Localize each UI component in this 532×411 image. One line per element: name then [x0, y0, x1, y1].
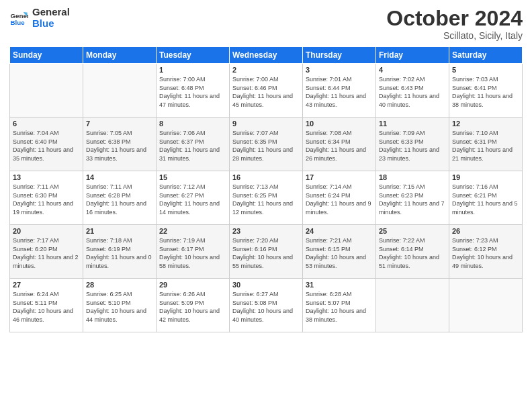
day-detail: Sunrise: 6:25 AMSunset: 5:10 PMDaylight:…	[86, 290, 153, 324]
col-header-saturday: Saturday	[449, 47, 523, 64]
day-detail: Sunrise: 7:09 AMSunset: 6:33 PMDaylight:…	[379, 129, 446, 163]
day-number: 29	[159, 281, 226, 289]
day-cell: 26Sunrise: 7:23 AMSunset: 6:12 PMDayligh…	[449, 225, 523, 279]
day-detail: Sunrise: 7:07 AMSunset: 6:35 PMDaylight:…	[232, 129, 300, 163]
day-cell: 18Sunrise: 7:15 AMSunset: 6:23 PMDayligh…	[376, 171, 449, 225]
day-detail: Sunrise: 7:21 AMSunset: 6:15 PMDaylight:…	[306, 236, 373, 270]
day-cell: 28Sunrise: 6:25 AMSunset: 5:10 PMDayligh…	[83, 279, 157, 332]
week-row-2: 6Sunrise: 7:04 AMSunset: 6:40 PMDaylight…	[10, 118, 523, 171]
day-number: 17	[306, 173, 373, 181]
day-number: 13	[13, 173, 80, 181]
logo-general: General	[32, 7, 70, 18]
header-row: SundayMondayTuesdayWednesdayThursdayFrid…	[10, 47, 523, 64]
day-cell	[449, 279, 523, 332]
col-header-sunday: Sunday	[10, 47, 83, 64]
day-cell: 16Sunrise: 7:13 AMSunset: 6:25 PMDayligh…	[230, 171, 303, 225]
day-detail: Sunrise: 7:12 AMSunset: 6:27 PMDaylight:…	[159, 183, 226, 216]
day-number: 6	[13, 120, 80, 128]
day-number: 25	[379, 227, 446, 235]
day-detail: Sunrise: 7:20 AMSunset: 6:16 PMDaylight:…	[232, 236, 300, 270]
day-detail: Sunrise: 7:05 AMSunset: 6:38 PMDaylight:…	[86, 129, 153, 163]
day-number: 4	[379, 66, 446, 74]
day-number: 19	[452, 173, 519, 181]
day-detail: Sunrise: 6:26 AMSunset: 5:09 PMDaylight:…	[159, 290, 226, 324]
calendar-table: SundayMondayTuesdayWednesdayThursdayFrid…	[9, 46, 523, 332]
day-number: 24	[306, 227, 373, 235]
day-cell: 25Sunrise: 7:22 AMSunset: 6:14 PMDayligh…	[376, 225, 449, 279]
day-detail: Sunrise: 7:14 AMSunset: 6:24 PMDaylight:…	[306, 183, 373, 216]
day-number: 8	[159, 120, 226, 128]
month-title: October 2024	[386, 7, 523, 30]
day-number: 14	[86, 173, 153, 181]
day-number: 27	[13, 281, 80, 289]
day-detail: Sunrise: 7:10 AMSunset: 6:31 PMDaylight:…	[452, 129, 519, 163]
day-detail: Sunrise: 7:16 AMSunset: 6:21 PMDaylight:…	[452, 183, 519, 216]
day-cell: 7Sunrise: 7:05 AMSunset: 6:38 PMDaylight…	[83, 118, 157, 171]
calendar-page: General Blue General Blue October 2024 S…	[0, 0, 532, 411]
day-cell	[10, 64, 83, 118]
logo: General Blue General Blue	[9, 7, 70, 29]
day-number: 20	[13, 227, 80, 235]
day-number: 15	[159, 173, 226, 181]
day-cell: 17Sunrise: 7:14 AMSunset: 6:24 PMDayligh…	[303, 171, 376, 225]
day-number: 18	[379, 173, 446, 181]
day-number: 1	[159, 66, 226, 74]
logo-icon: General Blue	[9, 9, 28, 28]
col-header-wednesday: Wednesday	[230, 47, 303, 64]
day-cell: 24Sunrise: 7:21 AMSunset: 6:15 PMDayligh…	[303, 225, 376, 279]
day-number: 3	[306, 66, 373, 74]
day-detail: Sunrise: 7:00 AMSunset: 6:48 PMDaylight:…	[159, 75, 226, 109]
location: Scillato, Sicily, Italy	[386, 30, 523, 41]
day-cell: 4Sunrise: 7:02 AMSunset: 6:43 PMDaylight…	[376, 64, 449, 118]
day-detail: Sunrise: 7:18 AMSunset: 6:19 PMDaylight:…	[86, 236, 153, 270]
day-number: 30	[232, 281, 300, 289]
day-detail: Sunrise: 7:13 AMSunset: 6:25 PMDaylight:…	[232, 183, 300, 216]
day-cell: 6Sunrise: 7:04 AMSunset: 6:40 PMDaylight…	[10, 118, 83, 171]
day-detail: Sunrise: 6:28 AMSunset: 5:07 PMDaylight:…	[306, 290, 373, 324]
header: General Blue General Blue October 2024 S…	[9, 7, 523, 41]
day-cell: 19Sunrise: 7:16 AMSunset: 6:21 PMDayligh…	[449, 171, 523, 225]
week-row-5: 27Sunrise: 6:24 AMSunset: 5:11 PMDayligh…	[10, 279, 523, 332]
day-detail: Sunrise: 7:11 AMSunset: 6:28 PMDaylight:…	[86, 183, 153, 216]
day-cell: 21Sunrise: 7:18 AMSunset: 6:19 PMDayligh…	[83, 225, 157, 279]
day-number: 28	[86, 281, 153, 289]
day-cell: 27Sunrise: 6:24 AMSunset: 5:11 PMDayligh…	[10, 279, 83, 332]
day-detail: Sunrise: 7:15 AMSunset: 6:23 PMDaylight:…	[379, 183, 446, 216]
svg-text:Blue: Blue	[10, 18, 25, 26]
col-header-friday: Friday	[376, 47, 449, 64]
day-detail: Sunrise: 6:24 AMSunset: 5:11 PMDaylight:…	[13, 290, 80, 324]
col-header-monday: Monday	[83, 47, 157, 64]
day-cell	[83, 64, 157, 118]
title-block: October 2024 Scillato, Sicily, Italy	[386, 7, 523, 41]
day-cell: 1Sunrise: 7:00 AMSunset: 6:48 PMDaylight…	[157, 64, 230, 118]
day-cell: 22Sunrise: 7:19 AMSunset: 6:17 PMDayligh…	[157, 225, 230, 279]
day-cell: 2Sunrise: 7:00 AMSunset: 6:46 PMDaylight…	[230, 64, 303, 118]
day-number: 11	[379, 120, 446, 128]
day-cell: 11Sunrise: 7:09 AMSunset: 6:33 PMDayligh…	[376, 118, 449, 171]
col-header-tuesday: Tuesday	[157, 47, 230, 64]
logo-blue: Blue	[32, 18, 70, 30]
day-detail: Sunrise: 7:04 AMSunset: 6:40 PMDaylight:…	[13, 129, 80, 163]
day-number: 21	[86, 227, 153, 235]
day-number: 12	[452, 120, 519, 128]
day-number: 16	[232, 173, 300, 181]
day-detail: Sunrise: 7:01 AMSunset: 6:44 PMDaylight:…	[306, 75, 373, 109]
day-cell	[376, 279, 449, 332]
day-cell: 12Sunrise: 7:10 AMSunset: 6:31 PMDayligh…	[449, 118, 523, 171]
day-cell: 15Sunrise: 7:12 AMSunset: 6:27 PMDayligh…	[157, 171, 230, 225]
day-cell: 8Sunrise: 7:06 AMSunset: 6:37 PMDaylight…	[157, 118, 230, 171]
day-cell: 3Sunrise: 7:01 AMSunset: 6:44 PMDaylight…	[303, 64, 376, 118]
day-number: 2	[232, 66, 300, 74]
day-detail: Sunrise: 7:11 AMSunset: 6:30 PMDaylight:…	[13, 183, 80, 216]
day-number: 31	[306, 281, 373, 289]
day-cell: 9Sunrise: 7:07 AMSunset: 6:35 PMDaylight…	[230, 118, 303, 171]
day-detail: Sunrise: 7:23 AMSunset: 6:12 PMDaylight:…	[452, 236, 519, 270]
day-detail: Sunrise: 7:02 AMSunset: 6:43 PMDaylight:…	[379, 75, 446, 109]
day-detail: Sunrise: 7:22 AMSunset: 6:14 PMDaylight:…	[379, 236, 446, 270]
day-cell: 31Sunrise: 6:28 AMSunset: 5:07 PMDayligh…	[303, 279, 376, 332]
day-cell: 13Sunrise: 7:11 AMSunset: 6:30 PMDayligh…	[10, 171, 83, 225]
day-cell: 23Sunrise: 7:20 AMSunset: 6:16 PMDayligh…	[230, 225, 303, 279]
col-header-thursday: Thursday	[303, 47, 376, 64]
day-number: 10	[306, 120, 373, 128]
day-number: 23	[232, 227, 300, 235]
